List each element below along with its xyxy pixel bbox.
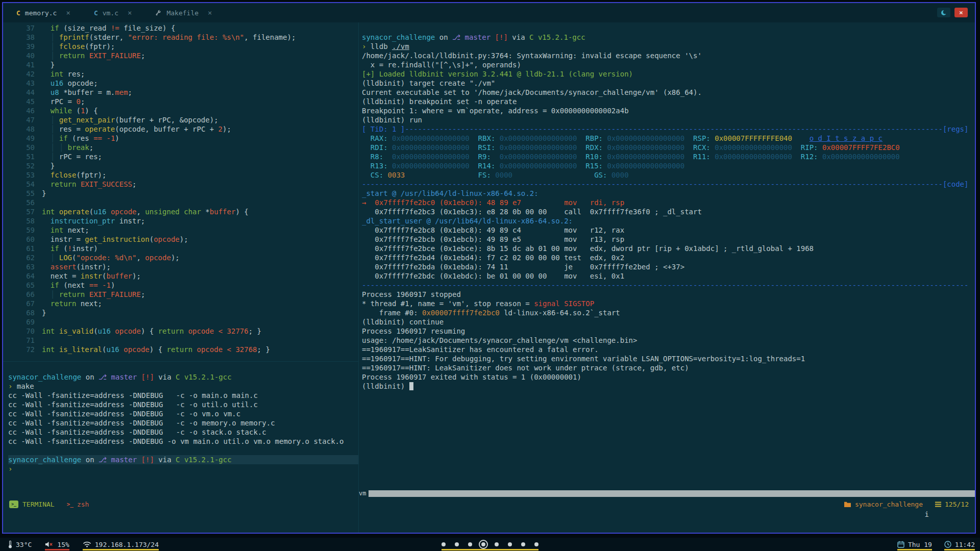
code-line: 44 u8 *buffer = m.mem; — [6, 88, 358, 97]
code-line: 52 } — [6, 161, 358, 170]
line-number: 43 — [6, 79, 35, 88]
terminal-line: _start @ /usr/lib64/ld-linux-x86-64.so.2… — [362, 189, 975, 198]
terminal-line: 0x7ffff7fe2bc3 (0x1ebc3): e8 28 0b 00 00… — [362, 207, 975, 216]
temperature-value: 33°C — [16, 541, 32, 548]
tab-close-icon[interactable]: × — [208, 9, 212, 17]
line-number: 70 — [6, 327, 35, 336]
working-directory: synacor_challenge — [855, 500, 923, 508]
code-line: 72int is_literal(u16 opcode) { return op… — [6, 345, 358, 354]
clock-icon — [944, 541, 951, 548]
workspace-dot[interactable] — [521, 542, 525, 546]
lldb-terminal[interactable]: synacor_challenge on ⎇ master [!] via C … — [359, 22, 975, 391]
terminal-line: Breakpoint 1: where = vm`operate, addres… — [362, 106, 975, 115]
workspace-dot[interactable] — [508, 542, 512, 546]
terminal-window: C memory.c × C vm.c × Makefile × × 3 — [2, 2, 976, 534]
code-editor[interactable]: 37 if (size_read != file_size) {38 │ fpr… — [6, 23, 358, 354]
calendar-icon — [897, 541, 904, 548]
terminal-line: › — [8, 464, 358, 473]
terminal-line: R13: 0x0000000000000000 R14: 0x000000000… — [362, 161, 975, 170]
code-line: 39 │ fclose(fptr); — [6, 42, 358, 51]
window-controls: × — [937, 8, 968, 17]
terminal-line: cc -Wall -fsanitize=address -DNDEBUG -c … — [8, 409, 358, 418]
line-number: 71 — [6, 336, 35, 345]
workspace-dot[interactable] — [495, 542, 499, 546]
terminal-line: (lldbinit) target create "./vm" — [362, 79, 975, 88]
wifi-icon — [83, 541, 91, 547]
terminal-line: cc -Wall -fsanitize=address -DNDEBUG -c … — [8, 391, 358, 400]
code-line: 48 │ res = operate(opcode, buffer + rPC … — [6, 124, 358, 134]
thermometer-icon — [8, 540, 12, 548]
line-number: 62 — [6, 253, 35, 262]
workspace-dot-active[interactable] — [481, 542, 485, 546]
terminal-line: [+] Loaded lldbinit version 3.2.441 @ ll… — [362, 69, 975, 79]
system-bar: 33°C 15% 192.168.1.173/24 Thu 19 — [0, 538, 980, 551]
window-content: 37 if (size_read != file_size) {38 │ fpr… — [3, 22, 975, 533]
line-number: 67 — [6, 299, 35, 308]
tab-makefile[interactable]: Makefile × — [155, 9, 212, 17]
code-line: 61 if (!instr) — [6, 244, 358, 253]
code-line: 37 if (size_read != file_size) { — [6, 23, 358, 33]
cursor-position: 125/12 — [945, 500, 969, 508]
code-line: 56 — [6, 198, 358, 207]
line-number: 57 — [6, 207, 35, 216]
date-widget: Thu 19 — [897, 538, 932, 551]
tab-close-icon[interactable]: × — [128, 9, 132, 17]
system-bar-right: Thu 19 11:42 — [897, 538, 975, 551]
shell-terminal[interactable]: synacor_challenge on ⎇ master [!] via C … — [8, 372, 358, 473]
statusline-right: synacor_challenge 125/12 — [844, 500, 969, 508]
clock-widget: 11:42 — [944, 538, 975, 551]
line-number: 65 — [6, 281, 35, 290]
line-number: 53 — [6, 170, 35, 180]
terminal-line: cc -Wall -fsanitize=address -DNDEBUG -c … — [8, 428, 358, 437]
pending-command: i — [925, 510, 929, 518]
tab-label: Makefile — [166, 9, 199, 17]
close-icon: × — [959, 9, 963, 16]
pane-toggle-button[interactable] — [937, 8, 950, 17]
line-number: 37 — [6, 23, 35, 33]
workspace-dot[interactable] — [534, 542, 538, 546]
terminal-line: › make — [8, 382, 358, 391]
code-line: 42 int res; — [6, 69, 358, 79]
terminal-line: R8: 0x0000000000000000 R9: 0x00000000000… — [362, 152, 975, 161]
workspace-dot[interactable] — [455, 542, 459, 546]
code-line: 46 while (1) { — [6, 106, 358, 115]
code-line: 67 return next; — [6, 299, 358, 308]
line-number: 41 — [6, 60, 35, 69]
buffer-name: vm — [359, 490, 369, 497]
terminal-mode-icon: >_ — [9, 500, 18, 508]
line-number: 56 — [6, 198, 35, 207]
code-line: 70int is_valid(u16 opcode) { return opco… — [6, 327, 358, 336]
terminal-line: (lldbinit) continue — [362, 317, 975, 327]
close-window-button[interactable]: × — [954, 8, 968, 17]
code-line: 71 — [6, 336, 358, 345]
horizontal-split-divider[interactable] — [3, 361, 358, 362]
c-file-icon: C — [94, 9, 98, 17]
tab-memory-c[interactable]: C memory.c × — [16, 9, 70, 17]
volume-muted-icon — [45, 541, 54, 548]
code-line: 53 fclose(fptr); — [6, 170, 358, 180]
terminal-line: x = re.findall("[^,\s]+", operands) — [362, 60, 975, 69]
terminal-line: synacor_challenge on ⎇ master [!] via C … — [362, 33, 975, 42]
terminal-line: 0x7ffff7fe2bc8 (0x1ebc8): 49 89 c4 mov r… — [362, 226, 975, 235]
network-widget: 192.168.1.173/24 — [83, 538, 159, 551]
line-number: 52 — [6, 161, 35, 170]
desktop: { "colors": { "background": "#0b2d38", "… — [0, 0, 980, 551]
workspace-dot[interactable] — [468, 542, 472, 546]
terminal-line: (lldbinit) — [362, 382, 975, 391]
code-line: 47 │ get_next_pair(buffer + rPC, &opcode… — [6, 115, 358, 124]
time-value: 11:42 — [955, 541, 975, 548]
workspace-switcher — [442, 538, 538, 551]
code-line: 49 │ if (res == -1) — [6, 134, 358, 143]
line-number: 38 — [6, 33, 35, 42]
terminal-line: Current executable set to '/home/jack/Do… — [362, 88, 975, 97]
workspace-dot[interactable] — [442, 542, 446, 546]
code-line: 45 rPC = 0; — [6, 97, 358, 106]
ip-address: 192.168.1.173/24 — [95, 541, 159, 548]
line-number: 68 — [6, 308, 35, 317]
tab-vm-c[interactable]: C vm.c × — [94, 9, 132, 17]
tab-close-icon[interactable]: × — [66, 9, 70, 17]
terminal-line: (lldbinit) run — [362, 115, 975, 124]
line-number: 45 — [6, 97, 35, 106]
code-line: 43 u16 opcode; — [6, 79, 358, 88]
line-number: 39 — [6, 42, 35, 51]
